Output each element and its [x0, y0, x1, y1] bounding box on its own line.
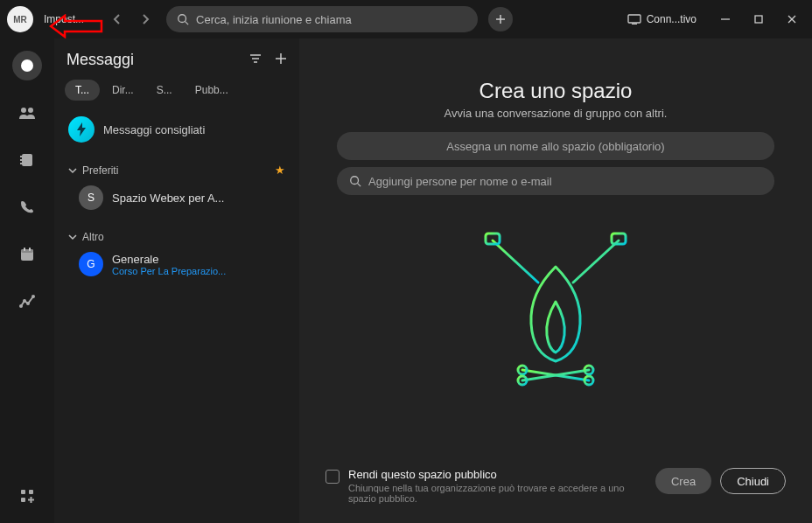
tab-direct[interactable]: Dir... [102, 80, 144, 101]
svg-point-22 [23, 299, 26, 303]
section-other-label: Altro [82, 231, 104, 243]
svg-rect-19 [24, 248, 25, 251]
close-window-button[interactable] [779, 6, 805, 32]
plus-icon [275, 52, 287, 65]
chevron-down-icon [68, 167, 77, 174]
svg-rect-16 [20, 163, 22, 164]
connect-device-button[interactable]: Conn...tivo [619, 10, 705, 29]
public-checkbox[interactable] [326, 470, 340, 484]
user-avatar[interactable]: MR [7, 6, 33, 32]
svg-point-35 [351, 177, 359, 185]
phone-icon [19, 199, 35, 215]
svg-rect-39 [486, 234, 500, 244]
page-subtitle: Avvia una conversazione di gruppo con al… [444, 107, 668, 120]
svg-point-10 [21, 59, 33, 72]
space-name: Generale [112, 253, 226, 266]
svg-line-38 [573, 241, 619, 282]
svg-rect-27 [21, 498, 25, 502]
space-webex[interactable]: S Spazio Webex per A... [63, 180, 290, 215]
svg-point-21 [19, 304, 23, 308]
rail-apps[interactable] [12, 481, 42, 511]
public-description: Chiunque nella tua organizzazione può tr… [348, 483, 647, 504]
rail-calling[interactable] [12, 192, 42, 222]
search-icon [349, 175, 361, 187]
footer: Rendi questo spazio pubblico Chiunque ne… [320, 468, 791, 509]
chevron-down-icon [68, 234, 77, 241]
section-favorites-header[interactable]: Preferiti ★ [63, 160, 290, 180]
svg-line-36 [358, 184, 361, 187]
minimize-button[interactable] [712, 6, 738, 32]
tab-spaces[interactable]: S... [146, 80, 183, 101]
maximize-button[interactable] [746, 6, 772, 32]
svg-rect-13 [22, 154, 32, 166]
svg-line-37 [493, 241, 538, 282]
filter-icon [248, 52, 262, 65]
titlebar: MR Impost... Cerca, inizia riunione e ch… [0, 0, 812, 38]
rail-analytics[interactable] [12, 287, 42, 317]
calendar-icon [19, 247, 35, 262]
apps-icon [19, 488, 35, 504]
star-icon: ★ [275, 164, 285, 177]
svg-point-12 [28, 108, 33, 113]
suggested-label: Messaggi consigliati [103, 123, 205, 136]
svg-line-1 [186, 22, 189, 25]
status-menu[interactable]: Impost... [44, 13, 84, 25]
global-search[interactable]: Cerca, inizia riunione e chiama [166, 6, 478, 32]
nav-rail [0, 38, 54, 523]
device-status-label: Conn...tivo [647, 13, 696, 25]
nav-forward-button[interactable] [135, 9, 156, 30]
message-tabs: T... Dir... S... Pubb... [63, 80, 290, 101]
space-subtitle: Corso Per La Preparazio... [112, 266, 226, 276]
space-name: Spazio Webex per A... [112, 192, 224, 205]
svg-rect-42 [612, 234, 626, 244]
people-search-input[interactable] [368, 175, 762, 188]
tab-all[interactable]: T... [65, 80, 100, 101]
create-button[interactable]: Crea [655, 468, 711, 494]
rail-messaging[interactable] [12, 51, 42, 80]
svg-point-11 [21, 108, 26, 113]
analytics-icon [19, 294, 35, 310]
svg-rect-25 [21, 490, 25, 494]
svg-rect-20 [29, 248, 31, 251]
search-icon [177, 13, 189, 25]
page-title: Crea uno spazio [480, 79, 633, 103]
content-pane: Crea uno spazio Avvia una conversazione … [299, 38, 812, 523]
sidebar: Messaggi T... Dir... S... Pubb... Messag… [54, 38, 299, 523]
space-generale[interactable]: G Generale Corso Per La Preparazio... [63, 247, 290, 282]
svg-rect-14 [20, 156, 22, 157]
rail-contacts[interactable] [12, 145, 42, 175]
svg-rect-26 [29, 490, 33, 494]
rail-teams[interactable] [12, 98, 42, 128]
sidebar-title: Messaggi [66, 51, 134, 69]
space-name-input-wrapper [337, 132, 774, 160]
svg-rect-18 [21, 249, 33, 253]
public-label: Rendi questo spazio pubblico [348, 468, 647, 481]
tab-public[interactable]: Pubb... [185, 80, 239, 101]
svg-rect-4 [628, 15, 640, 23]
space-name-input[interactable] [349, 140, 762, 153]
bolt-icon [68, 116, 94, 143]
screen-icon [627, 14, 641, 24]
new-action-button[interactable] [488, 7, 513, 31]
contacts-icon [19, 152, 35, 168]
section-other-header[interactable]: Altro [63, 227, 290, 247]
search-placeholder: Cerca, inizia riunione e chiama [196, 13, 352, 26]
people-search-wrapper [337, 167, 774, 195]
rail-meetings[interactable] [12, 240, 42, 269]
svg-point-0 [178, 15, 186, 23]
new-message-button[interactable] [275, 52, 287, 68]
filter-button[interactable] [248, 52, 262, 68]
svg-point-23 [26, 302, 30, 305]
teams-icon [18, 106, 36, 120]
svg-point-24 [32, 295, 35, 298]
svg-rect-15 [20, 159, 22, 161]
suggested-messages[interactable]: Messaggi consigliati [63, 111, 290, 148]
chat-icon [19, 58, 35, 73]
campfire-illustration [468, 232, 643, 389]
space-avatar: G [79, 252, 103, 276]
close-button[interactable]: Chiudi [720, 468, 786, 494]
svg-rect-7 [755, 16, 762, 23]
space-avatar: S [79, 185, 103, 210]
nav-back-button[interactable] [107, 9, 128, 30]
section-favorites-label: Preferiti [82, 164, 118, 177]
